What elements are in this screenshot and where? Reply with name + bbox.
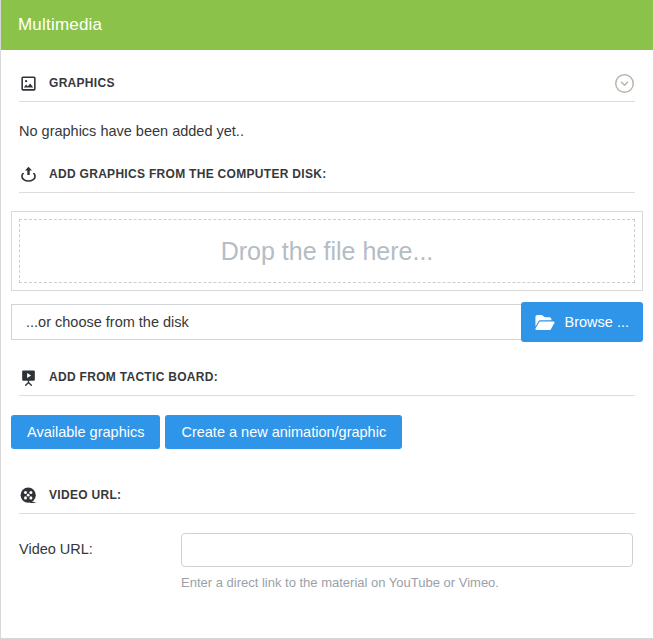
dropzone-text: Drop the file here...	[221, 237, 434, 266]
tactic-section-title: ADD FROM TACTIC BOARD:	[49, 370, 218, 384]
tactic-buttons-row: Available graphics Create a new animatio…	[11, 415, 643, 449]
panel-body: GRAPHICS No graphics have been added yet…	[1, 70, 653, 590]
image-icon	[19, 74, 38, 93]
multimedia-panel: Multimedia GRAPHICS No gr	[0, 0, 654, 639]
video-url-helper-text: Enter a direct link to the material on Y…	[181, 575, 633, 590]
divider	[19, 513, 635, 514]
video-section-header: VIDEO URL:	[19, 482, 635, 508]
graphics-section-header: GRAPHICS	[19, 70, 635, 96]
upload-section-header: ADD GRAPHICS FROM THE COMPUTER DISK:	[19, 161, 635, 187]
browse-button[interactable]: Browse ...	[521, 302, 643, 342]
chevron-down-icon[interactable]	[614, 73, 635, 94]
graphics-section-title: GRAPHICS	[49, 76, 115, 90]
video-section-title-group: VIDEO URL:	[19, 486, 121, 505]
divider	[19, 192, 635, 193]
available-graphics-button[interactable]: Available graphics	[11, 415, 160, 449]
upload-icon	[19, 165, 38, 184]
file-path-input[interactable]	[11, 304, 521, 340]
video-url-input[interactable]	[181, 533, 633, 567]
divider	[19, 101, 635, 102]
divider	[19, 395, 635, 396]
create-animation-button[interactable]: Create a new animation/graphic	[165, 415, 402, 449]
file-choose-group: Browse ...	[11, 302, 643, 342]
panel-title: Multimedia	[18, 15, 102, 35]
panel-header: Multimedia	[0, 0, 654, 50]
tactic-section-title-group: ADD FROM TACTIC BOARD:	[19, 368, 218, 387]
video-url-form: Video URL: Enter a direct link to the ma…	[19, 533, 643, 590]
film-reel-icon	[19, 486, 38, 505]
folder-open-icon	[535, 314, 555, 331]
upload-section-title-group: ADD GRAPHICS FROM THE COMPUTER DISK:	[19, 165, 326, 184]
video-url-label: Video URL:	[19, 533, 181, 590]
browse-button-label: Browse ...	[565, 314, 629, 330]
tactic-section-header: ADD FROM TACTIC BOARD:	[19, 364, 635, 390]
tactic-board-icon	[19, 368, 38, 387]
graphics-empty-message: No graphics have been added yet..	[19, 123, 635, 139]
file-dropzone-inner: Drop the file here...	[19, 219, 635, 283]
video-section-title: VIDEO URL:	[49, 488, 121, 502]
video-url-field-group: Enter a direct link to the material on Y…	[181, 533, 633, 590]
upload-section-title: ADD GRAPHICS FROM THE COMPUTER DISK:	[49, 167, 326, 181]
file-dropzone[interactable]: Drop the file here...	[11, 211, 643, 291]
graphics-section-title-group: GRAPHICS	[19, 74, 115, 93]
